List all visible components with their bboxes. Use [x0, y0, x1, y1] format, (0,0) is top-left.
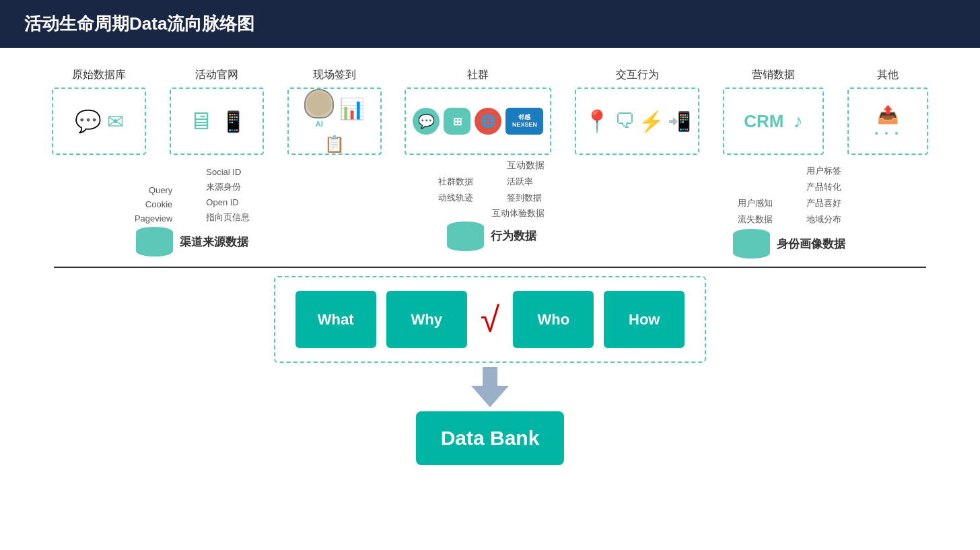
- label-yonghuganchi: 用户感知: [738, 197, 773, 209]
- source-shequn-label: 社群: [467, 68, 489, 82]
- divider-line: [54, 267, 926, 268]
- source-qiandao: 现场签到 AI 📊 📋: [287, 68, 382, 155]
- db-shenfen: 用户感知 流失数据 用户标签 产品转化 产品喜好 地域分布 身份画像数据: [733, 165, 845, 259]
- wechat-icon: 💬: [413, 108, 440, 135]
- label-yonghubiaogian: 用户标签: [806, 165, 841, 177]
- source-yingxiao-box: CRM ♪: [723, 88, 824, 155]
- label-query: Query: [135, 185, 172, 195]
- sources-row: 原始数据库 💬 ✉ 活动官网 🖥 📱 现场签到: [27, 68, 953, 155]
- analysis-container: What Why √ Who How: [274, 276, 707, 363]
- label-zhixiangyeinfo: 指向页信息: [206, 211, 250, 224]
- crm-icon: CRM: [744, 111, 783, 132]
- db-xingwei: 社群数据 动线轨迹 互动数据 活跃率 签到数据 互动体验数据: [438, 173, 545, 251]
- label-cookie: Cookie: [135, 199, 172, 209]
- weibo-icon: 🌐: [475, 108, 501, 135]
- what-label: What: [318, 311, 354, 329]
- what-box[interactable]: What: [295, 291, 376, 348]
- bar-chart-icon: 📊: [339, 97, 364, 121]
- label-openid: Open ID: [206, 197, 250, 207]
- scan-icon: 📲: [668, 110, 691, 133]
- source-yuanshi: 原始数据库 💬 ✉: [52, 68, 146, 155]
- arrow-shaft: [483, 367, 497, 386]
- ai-label: AI: [316, 120, 323, 128]
- location-icon: 📍: [584, 108, 610, 134]
- source-guanwang-label: 活动官网: [195, 68, 238, 82]
- source-yuanshi-label: 原始数据库: [72, 68, 126, 82]
- cylinder-qudao: [136, 227, 173, 256]
- arrow-down-container: [471, 367, 509, 407]
- power-icon: ⚡: [639, 110, 664, 133]
- dots-icon: • • •: [875, 128, 900, 139]
- label-pageview: Pageview: [135, 213, 172, 224]
- label-huoyuelv: 活跃率: [507, 176, 545, 188]
- chat-icon: 💬: [75, 108, 102, 134]
- db-shenfen-name: 身份画像数据: [777, 236, 845, 252]
- label-liushidata: 流失数据: [738, 213, 773, 226]
- cylinder-shenfen: [733, 229, 770, 259]
- label-chanpinzhuanhua: 产品转化: [806, 181, 841, 193]
- page-header: 活动生命周期Data流向脉络图: [0, 0, 980, 48]
- checklist-icon: 📋: [324, 135, 345, 153]
- databank-box[interactable]: Data Bank: [416, 411, 564, 465]
- source-qiandao-box: AI 📊 📋: [287, 88, 382, 155]
- source-qiandao-label: 现场签到: [313, 68, 356, 82]
- source-jiaohu-box: 📍 🗨 ⚡ 📲: [575, 88, 699, 155]
- databases-row: Query Cookie Pageview Social ID 来源身份 Ope…: [27, 165, 953, 259]
- source-yingxiao-label: 营销数据: [752, 68, 795, 82]
- phone-share-icon: 📤: [877, 104, 899, 125]
- chatbox-icon: 🗨: [615, 110, 635, 133]
- label-diyufen: 地域分布: [806, 213, 841, 226]
- how-label: How: [629, 311, 660, 329]
- label-hudong-experience: 互动体验数据: [438, 207, 545, 219]
- why-box[interactable]: Why: [386, 291, 467, 348]
- page-title: 活动生命周期Data流向脉络图: [24, 13, 254, 34]
- source-jiaohu-label: 交互行为: [616, 68, 659, 82]
- databank-label: Data Bank: [441, 427, 540, 450]
- cylinder-xingwei: [447, 221, 484, 251]
- label-shequndata: 社群数据: [438, 176, 473, 188]
- bottom-section: What Why √ Who How Data Bank: [27, 276, 953, 465]
- label-qiandaodata: 签到数据: [507, 192, 545, 204]
- label-chanpinxihao: 产品喜好: [806, 197, 841, 209]
- main-content: 原始数据库 💬 ✉ 活动官网 🖥 📱 现场签到: [0, 48, 980, 479]
- source-qita-label: 其他: [877, 68, 899, 82]
- source-yingxiao: 营销数据 CRM ♪: [723, 68, 824, 155]
- source-qita: 其他 📤 • • •: [847, 68, 928, 155]
- mail-icon: ✉: [107, 110, 124, 133]
- source-yuanshi-box: 💬 ✉: [52, 88, 146, 155]
- nexsen-icon: 邻感NEXSEN: [505, 108, 543, 135]
- source-shequn-box: 💬 ⊞ 🌐 邻感NEXSEN: [405, 88, 551, 155]
- arrow-head: [471, 386, 509, 407]
- db-qudao: Query Cookie Pageview Social ID 来源身份 Ope…: [135, 167, 250, 256]
- tablet-icon: 📱: [221, 110, 246, 133]
- label-hudong: 互动数据: [507, 160, 545, 172]
- source-guanwang: 活动官网 🖥 📱: [170, 68, 264, 155]
- db-qudao-name: 渠道来源数据: [180, 234, 248, 250]
- label-laiyuanshenfen: 来源身份: [206, 181, 250, 193]
- who-box[interactable]: Who: [513, 291, 594, 348]
- why-label: Why: [411, 311, 442, 329]
- label-dongxian: 动线轨迹: [438, 192, 473, 204]
- label-socialid: Social ID: [206, 167, 250, 177]
- monitor-icon: 🖥: [188, 107, 213, 135]
- miniprogram-icon: ⊞: [444, 108, 470, 135]
- tiktok-icon: ♪: [793, 110, 802, 132]
- who-label: Who: [537, 311, 569, 329]
- source-jiaohu: 交互行为 📍 🗨 ⚡ 📲: [575, 68, 699, 155]
- source-qita-box: 📤 • • •: [847, 88, 928, 155]
- source-shequn: 社群 💬 ⊞ 🌐 邻感NEXSEN: [405, 68, 551, 155]
- how-box[interactable]: How: [604, 291, 685, 348]
- db-xingwei-name: 行为数据: [491, 228, 536, 244]
- sqrt-symbol: √: [481, 300, 500, 340]
- source-guanwang-box: 🖥 📱: [170, 88, 264, 155]
